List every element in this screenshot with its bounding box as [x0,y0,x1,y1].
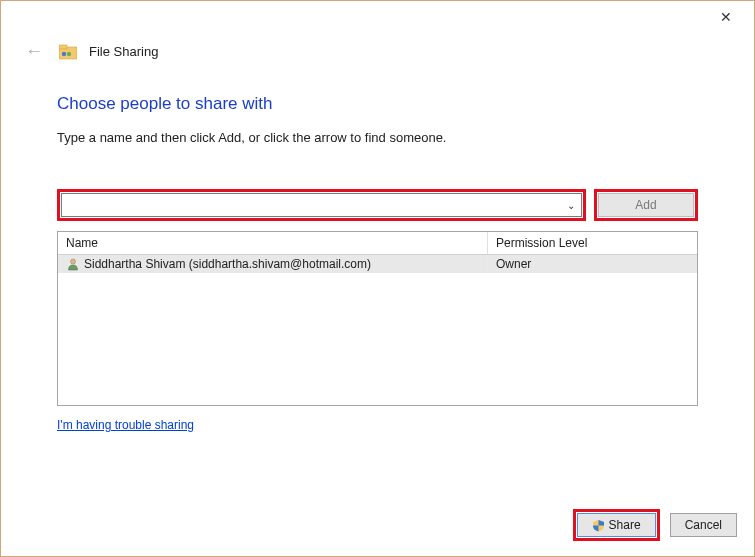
back-arrow-icon: ← [21,39,47,64]
table-row[interactable]: Siddhartha Shivam (siddhartha.shivam@hot… [58,255,697,273]
shield-icon [592,519,605,532]
add-button[interactable]: Add [598,193,694,217]
svg-point-4 [71,259,76,264]
row-name: Siddhartha Shivam (siddhartha.shivam@hot… [84,257,371,271]
file-sharing-icon [59,44,77,60]
cancel-button[interactable]: Cancel [670,513,737,537]
svg-point-3 [67,51,71,55]
page-subtext: Type a name and then click Add, or click… [57,130,698,145]
share-button-label: Share [609,518,641,532]
svg-point-2 [62,51,66,55]
column-permission[interactable]: Permission Level [488,232,697,254]
people-table: Name Permission Level Siddhartha Shivam … [57,231,698,406]
page-heading: Choose people to share with [57,94,698,114]
share-button[interactable]: Share [577,513,656,537]
close-icon[interactable]: ✕ [710,5,742,29]
column-name[interactable]: Name [58,232,488,254]
svg-rect-1 [59,45,67,49]
name-input[interactable] [61,193,582,217]
name-combo[interactable]: ⌄ [57,189,586,221]
row-permission: Owner [488,255,697,273]
window-title: File Sharing [89,44,158,59]
user-icon [66,257,80,271]
help-link[interactable]: I'm having trouble sharing [57,418,698,432]
